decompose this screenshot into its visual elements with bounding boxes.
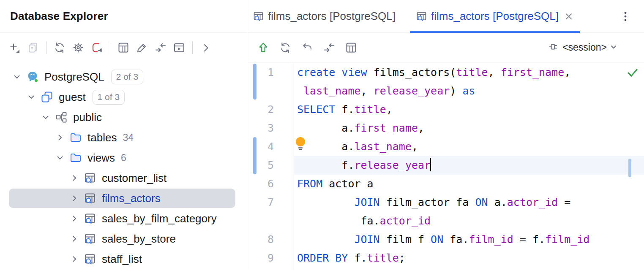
plug-icon — [548, 40, 561, 55]
folder-icon — [69, 131, 82, 144]
code-text[interactable]: FROM actor a — [294, 175, 644, 193]
add-button[interactable] — [5, 38, 24, 57]
rollback-button[interactable] — [299, 40, 315, 56]
chevron-down-icon[interactable] — [12, 72, 22, 82]
code-text[interactable]: last_name, release_year) as — [294, 82, 644, 100]
panel-header: Database Explorer — [0, 0, 247, 33]
chevron-down-icon[interactable] — [26, 92, 36, 102]
tree-item-staff-list[interactable]: staff_list — [0, 249, 247, 269]
tab-films-actors-inactive[interactable]: films_actors [PostgreSQL] — [248, 0, 401, 32]
schema-icon — [55, 111, 68, 124]
line-number: 9 — [248, 249, 294, 267]
code-text[interactable]: JOIN film_actor fa ON a.actor_id = — [294, 193, 644, 212]
code-text[interactable]: a.first_name, — [294, 119, 644, 138]
view-icon — [84, 212, 96, 225]
copy-button[interactable] — [24, 38, 42, 57]
change-marker — [253, 64, 257, 100]
intention-bulb-icon[interactable] — [295, 137, 306, 152]
kebab-menu-icon[interactable] — [616, 7, 635, 26]
gutter-separator — [294, 63, 294, 270]
tree-item-label: guest — [59, 91, 86, 104]
code-line-3: 3 a.first_name, — [248, 119, 644, 138]
code-line-8: 8 JOIN film f ON fa.film_id = f.film_id — [248, 230, 644, 249]
tree-item-label: views — [87, 151, 115, 165]
session-selector[interactable]: <session> — [548, 40, 636, 55]
text-caret — [430, 158, 431, 171]
code-line-4: 4 a.last_name, — [248, 138, 644, 156]
tab-label: films_actors [PostgreSQL] — [431, 10, 559, 23]
toolbar-divider — [110, 41, 110, 54]
database-explorer-panel: Database Explorer PostgreSQL2 of 3guest1… — [0, 0, 247, 270]
jump-button[interactable] — [321, 40, 337, 56]
line-number: 6 — [248, 175, 294, 193]
line-number: 8 — [248, 230, 294, 249]
table-button[interactable] — [343, 40, 359, 56]
line-number: 2 — [248, 100, 294, 119]
chevron-right-icon[interactable] — [69, 234, 79, 244]
tree-item-views[interactable]: views6 — [0, 148, 247, 168]
edit-button[interactable] — [133, 38, 151, 57]
refresh-button[interactable] — [277, 40, 293, 56]
tree-item-tables[interactable]: tables34 — [0, 127, 247, 148]
code-text[interactable]: fa.actor_id — [294, 212, 644, 230]
inspections-ok-check-icon[interactable] — [626, 66, 639, 79]
item-count: 6 — [121, 152, 126, 164]
change-marker — [253, 137, 257, 174]
code-text[interactable]: SELECT f.title, — [294, 100, 644, 119]
postgres-icon — [26, 70, 39, 83]
more-button[interactable] — [196, 38, 215, 57]
chevron-down-icon[interactable] — [41, 112, 51, 122]
chevron-right-icon[interactable] — [69, 213, 79, 224]
code-line-1-wrap: last_name, release_year) as — [248, 82, 644, 100]
jump-button[interactable] — [151, 38, 170, 57]
line-number: 7 — [248, 193, 294, 212]
tree-item-guest[interactable]: guest1 of 3 — [0, 87, 247, 107]
code-text[interactable]: f.release_year — [294, 156, 644, 175]
tree-item-public[interactable]: public — [0, 107, 247, 127]
view-icon — [84, 232, 96, 245]
view-icon — [416, 11, 427, 22]
tree-item-postgresql[interactable]: PostgreSQL2 of 3 — [0, 67, 247, 87]
tree-item-sales-by-store[interactable]: sales_by_store — [0, 229, 247, 249]
settings-button[interactable] — [69, 38, 87, 57]
table-button[interactable] — [114, 38, 133, 57]
editor-panel: films_actors [PostgreSQL] films_actors [… — [248, 0, 644, 270]
scrollbar-change-marker[interactable] — [628, 159, 631, 177]
line-number: 3 — [248, 119, 294, 138]
code-editor[interactable]: 1create view films_actors(title, first_n… — [248, 63, 644, 270]
count-badge: 1 of 3 — [93, 90, 125, 105]
folder-icon — [69, 151, 82, 164]
refresh-button[interactable] — [50, 38, 69, 57]
chevron-down-icon[interactable] — [55, 153, 65, 163]
chevron-right-icon[interactable] — [55, 132, 65, 143]
tree-item-customer-list[interactable]: customer_list — [0, 168, 247, 188]
chevron-right-icon[interactable] — [69, 254, 79, 264]
disconnect-button[interactable] — [87, 38, 106, 57]
code-text[interactable]: JOIN film f ON fa.film_id = f.film_id — [294, 230, 644, 249]
chevron-right-icon[interactable] — [69, 193, 79, 203]
code-text[interactable]: create view films_actors(title, first_na… — [294, 63, 644, 82]
code-line-7: 7 JOIN film_actor fa ON a.actor_id = — [248, 193, 644, 212]
tree-item-films-actors[interactable]: films_actors — [0, 188, 247, 208]
tree-item-sales-by-film-category[interactable]: sales_by_film_category — [0, 208, 247, 229]
tab-films-actors-active[interactable]: films_actors [PostgreSQL] — [410, 0, 580, 32]
view-icon — [84, 192, 96, 205]
code-area: 1create view films_actors(title, first_n… — [248, 63, 644, 267]
chevron-right-icon[interactable] — [69, 173, 79, 183]
console-button[interactable] — [170, 38, 188, 57]
session-label: <session> — [562, 42, 607, 53]
code-text[interactable]: ORDER BY f.title; — [294, 249, 644, 267]
database-icon — [41, 91, 53, 103]
submit-button[interactable] — [255, 40, 271, 56]
tree-item-label: staff_list — [102, 253, 142, 266]
chevron-down-icon — [609, 42, 619, 54]
tree-item-label: sales_by_store — [102, 232, 176, 246]
editor-tabbar: films_actors [PostgreSQL] films_actors [… — [248, 0, 644, 33]
close-tab-icon[interactable] — [563, 11, 574, 22]
code-text[interactable]: a.last_name, — [294, 138, 644, 156]
explorer-toolbar — [0, 33, 247, 62]
code-line-5: 5 f.release_year — [248, 156, 644, 175]
tree-item-label: customer_list — [102, 172, 166, 185]
line-number — [248, 212, 294, 230]
view-icon — [253, 11, 264, 22]
